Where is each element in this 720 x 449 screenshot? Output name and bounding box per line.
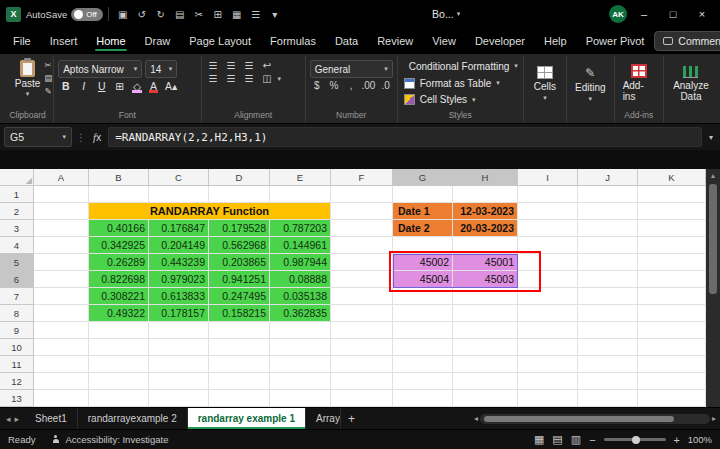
cell-i9[interactable] [518,322,578,339]
cell-j6[interactable] [578,271,638,288]
increase-font-button[interactable]: A▴ [163,80,179,92]
row-header-7[interactable]: 7 [0,288,34,305]
select-all-corner[interactable]: ◢ [0,169,34,186]
comments-button[interactable]: Comments [654,31,720,51]
cell-e11[interactable] [270,356,331,373]
clipboard-icon[interactable]: ▤ [171,9,188,20]
formula-input[interactable]: =RANDARRAY(2,2,H2,H3,1) [108,127,702,147]
align-right-button[interactable]: ☰ [242,73,257,84]
cell-c5[interactable]: 0.443239 [149,254,209,271]
conditional-formatting-button[interactable]: Conditional Formatting ▾ [402,58,519,75]
zoom-out-button[interactable]: − [585,434,599,446]
cell-g8[interactable] [393,305,453,322]
decrease-decimal-button[interactable]: .0 [379,80,393,91]
cell-c7[interactable]: 0.613833 [149,288,209,305]
cell-g6[interactable]: 45004 [393,271,453,288]
cell-e8[interactable]: 0.362835 [270,305,331,322]
cell-a6[interactable] [34,271,89,288]
cell-f5[interactable] [331,254,393,271]
ribbon-tab-formulas[interactable]: Formulas [261,30,325,52]
merge-center-button[interactable]: ◫ [260,73,275,84]
sheet-tab-array[interactable]: Array [306,408,341,429]
ribbon-tab-draw[interactable]: Draw [136,30,180,52]
cell-j1[interactable] [578,186,638,203]
cell-b7[interactable]: 0.308221 [89,288,149,305]
cell-e3[interactable]: 0.787203 [270,220,331,237]
autosave-control[interactable]: AutoSave Off [26,8,103,21]
cell-d7[interactable]: 0.247495 [209,288,270,305]
cell-i1[interactable] [518,186,578,203]
row-header-8[interactable]: 8 [0,305,34,322]
addins-button[interactable]: Add-ins [619,58,659,108]
copy-button[interactable]: ▤ [44,73,52,83]
cell-d5[interactable]: 0.203865 [209,254,270,271]
column-header-j[interactable]: J [578,169,638,186]
zoom-in-button[interactable]: + [670,434,684,446]
bold-button[interactable]: B [58,80,73,92]
format-painter-button[interactable]: ✎ [44,86,52,96]
cell-f9[interactable] [331,322,393,339]
cell-k9[interactable] [638,322,706,339]
insert-function-button[interactable]: fx [90,131,104,143]
new-sheet-button[interactable]: + [341,408,362,429]
percent-style-button[interactable]: % [327,80,341,91]
cell-c4[interactable]: 0.204149 [149,237,209,254]
cell-g4[interactable] [393,237,453,254]
cell-k12[interactable] [638,373,706,390]
ribbon-tab-page-layout[interactable]: Page Layout [180,30,260,52]
column-header-e[interactable]: E [270,169,331,186]
cell-d6[interactable]: 0.941251 [209,271,270,288]
cell-h12[interactable] [453,373,518,390]
cell-d4[interactable]: 0.562968 [209,237,270,254]
column-header-i[interactable]: I [518,169,578,186]
cell-d3[interactable]: 0.179528 [209,220,270,237]
paste-button[interactable]: Paste ▾ [6,58,49,100]
column-header-b[interactable]: B [89,169,149,186]
cell-j3[interactable] [578,220,638,237]
cell-e5[interactable]: 0.987944 [270,254,331,271]
scroll-up-icon[interactable]: ▴ [711,169,715,182]
row-header-1[interactable]: 1 [0,186,34,203]
column-header-d[interactable]: D [209,169,270,186]
vertical-scroll-thumb[interactable] [709,184,717,294]
cell-j10[interactable] [578,339,638,356]
ribbon-tab-help[interactable]: Help [535,30,576,52]
row-header-5[interactable]: 5 [0,254,34,271]
column-header-c[interactable]: C [149,169,209,186]
cell-k8[interactable] [638,305,706,322]
cell-c3[interactable]: 0.176847 [149,220,209,237]
cell-f12[interactable] [331,373,393,390]
cell-i10[interactable] [518,339,578,356]
cell-g1[interactable] [393,186,453,203]
row-header-10[interactable]: 10 [0,339,34,356]
cell-h2[interactable]: 12-03-2023 [453,203,518,220]
analyze-data-button[interactable]: Analyze Data [668,58,714,110]
sheet-tab-randarray-example-1[interactable]: randarray example 1 [188,408,306,429]
cell-a4[interactable] [34,237,89,254]
cell-j13[interactable] [578,390,638,407]
sheet-nav-left-icon[interactable]: ◂ [6,414,11,424]
align-top-button[interactable]: ☰ [206,60,221,71]
fill-color-button[interactable]: ◇ [130,81,144,92]
cell-k11[interactable] [638,356,706,373]
name-box[interactable]: G5 ▾ [4,127,72,147]
cell-g11[interactable] [393,356,453,373]
undo-icon[interactable]: ↺ [133,9,150,20]
cell-f10[interactable] [331,339,393,356]
page-layout-view-button[interactable]: ▤ [548,433,566,446]
document-title[interactable]: Bo... ▾ [432,8,460,20]
row-header-9[interactable]: 9 [0,322,34,339]
cell-b13[interactable] [89,390,149,407]
align-left-button[interactable]: ☰ [206,73,221,84]
scroll-left-icon[interactable]: ◂ [474,414,478,423]
cell-j5[interactable] [578,254,638,271]
increase-decimal-button[interactable]: .00 [361,80,375,91]
cell-d11[interactable] [209,356,270,373]
cell-d9[interactable] [209,322,270,339]
cell-j4[interactable] [578,237,638,254]
column-header-g[interactable]: G [393,169,453,186]
table-icon[interactable]: ⊞ [209,9,226,20]
cell-c8[interactable]: 0.178157 [149,305,209,322]
cell-g10[interactable] [393,339,453,356]
cell-g13[interactable] [393,390,453,407]
